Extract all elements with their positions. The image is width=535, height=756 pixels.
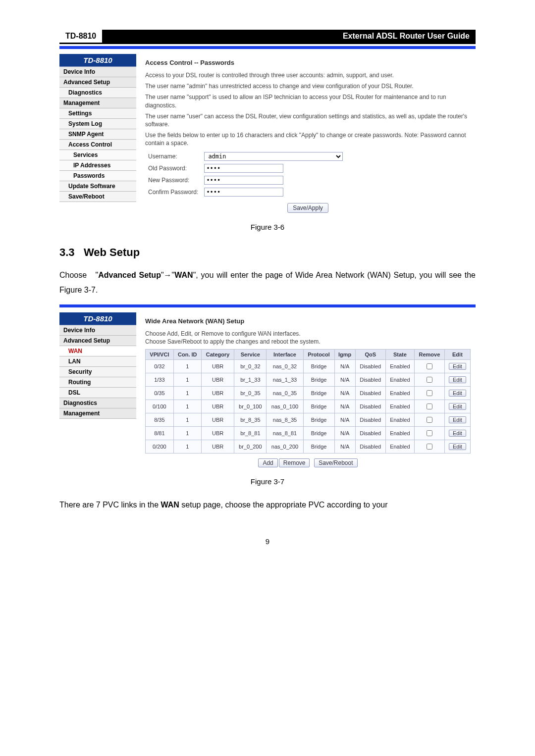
edit-cell: Edit [444, 413, 470, 426]
confirm-password-input[interactable] [204, 188, 283, 197]
table-cell: 0/200 [146, 440, 174, 453]
save-apply-button[interactable]: Save/Apply [287, 203, 328, 213]
edit-button[interactable]: Edit [449, 403, 466, 410]
table-cell: 1 [173, 386, 201, 400]
table-cell: Disabled [355, 426, 385, 440]
table-cell: Disabled [355, 386, 385, 400]
sidebar2-diagnostics[interactable]: Diagnostics [59, 398, 136, 408]
table-cell: 1 [173, 373, 201, 386]
edit-button[interactable]: Edit [449, 443, 466, 450]
page-number: 9 [59, 537, 476, 546]
table-cell: Enabled [385, 359, 414, 373]
sidebar-logo: TD-8810 [59, 54, 136, 67]
wan-title: Wide Area Network (WAN) Setup [145, 317, 471, 325]
table-row: 0/351UBRbr_0_35nas_0_35BridgeN/ADisabled… [146, 386, 471, 400]
wan-col-header: QoS [355, 349, 385, 359]
table-cell: Disabled [355, 359, 385, 373]
body-paragraph-2: There are 7 PVC links in the WAN setup p… [59, 498, 476, 512]
sidebar-item-access-control[interactable]: Access Control [59, 140, 136, 150]
wan-col-header: Edit [444, 349, 470, 359]
remove-button[interactable]: Remove [279, 458, 310, 467]
sidebar2-advanced-setup[interactable]: Advanced Setup [59, 336, 136, 346]
remove-checkbox[interactable] [427, 444, 432, 450]
sidebar2-wan[interactable]: WAN [59, 346, 136, 356]
table-cell: UBR [201, 440, 234, 453]
table-cell: UBR [201, 400, 234, 413]
table-cell: nas_0_100 [267, 400, 303, 413]
save-reboot-button[interactable]: Save/Reboot [314, 458, 357, 467]
table-cell: Enabled [385, 386, 414, 400]
page-header: TD-8810 External ADSL Router User Guide [59, 30, 476, 44]
sidebar-item-diagnostics[interactable]: Diagnostics [59, 88, 136, 98]
wan-button-row: AddRemove Save/Reboot [145, 458, 471, 467]
table-cell: Enabled [385, 426, 414, 440]
panel-text-2: The user name "admin" has unrestricted a… [145, 82, 471, 90]
edit-button[interactable]: Edit [449, 416, 466, 423]
sidebar2-lan[interactable]: LAN [59, 356, 136, 367]
add-button[interactable]: Add [258, 458, 277, 467]
sidebar-item-snmp-agent[interactable]: SNMP Agent [59, 129, 136, 140]
panel-text-3: The user name "support" is used to allow… [145, 93, 471, 109]
sidebar2-dsl[interactable]: DSL [59, 388, 136, 398]
sidebar-item-services[interactable]: Services [59, 150, 136, 160]
remove-checkbox[interactable] [427, 417, 432, 423]
edit-button[interactable]: Edit [449, 430, 466, 437]
edit-button[interactable]: Edit [449, 363, 466, 370]
edit-button[interactable]: Edit [449, 390, 466, 397]
remove-checkbox[interactable] [427, 377, 432, 383]
passwords-panel: Access Control -- Passwords Access to yo… [136, 54, 476, 219]
table-cell: Bridge [303, 400, 334, 413]
table-cell: UBR [201, 386, 234, 400]
table-cell: nas_0_32 [267, 359, 303, 373]
figure-3-6: TD-8810 Device Info Advanced Setup Diagn… [59, 54, 476, 219]
sidebar-item-update-software[interactable]: Update Software [59, 181, 136, 192]
sidebar2-routing[interactable]: Routing [59, 377, 136, 388]
new-password-input[interactable] [204, 176, 283, 185]
wan-text-1: Choose Add, Edit, or Remove to configure… [145, 330, 471, 338]
sidebar-item-save-reboot[interactable]: Save/Reboot [59, 192, 136, 202]
old-password-input[interactable] [204, 164, 283, 173]
table-cell: br_1_33 [234, 373, 267, 386]
table-row: 1/331UBRbr_1_33nas_1_33BridgeN/ADisabled… [146, 373, 471, 386]
wan-col-header: State [385, 349, 414, 359]
table-cell: UBR [201, 359, 234, 373]
sidebar-item-system-log[interactable]: System Log [59, 119, 136, 129]
sidebar2-security[interactable]: Security [59, 367, 136, 377]
remove-cell [414, 386, 444, 400]
remove-checkbox[interactable] [427, 390, 432, 396]
sidebar-item-management[interactable]: Management [59, 98, 136, 108]
table-cell: UBR [201, 373, 234, 386]
wan-col-header: Interface [267, 349, 303, 359]
edit-button[interactable]: Edit [449, 376, 466, 383]
sidebar-item-advanced-setup[interactable]: Advanced Setup [59, 77, 136, 88]
table-cell: Disabled [355, 413, 385, 426]
table-cell: Bridge [303, 359, 334, 373]
wan-col-header: Igmp [334, 349, 355, 359]
panel-title: Access Control -- Passwords [145, 59, 471, 66]
table-cell: 1/33 [146, 373, 174, 386]
table-cell: 1 [173, 359, 201, 373]
remove-checkbox[interactable] [427, 363, 432, 369]
wan-col-header: Service [234, 349, 267, 359]
remove-checkbox[interactable] [427, 403, 432, 409]
table-cell: Disabled [355, 400, 385, 413]
sidebar-item-passwords[interactable]: Passwords [59, 171, 136, 181]
wan-col-header: Category [201, 349, 234, 359]
sidebar2-management[interactable]: Management [59, 408, 136, 419]
blue-bar [59, 46, 476, 49]
body-paragraph-1: Choose "Advanced Setup"→"WAN", you will … [59, 268, 476, 298]
table-cell: br_0_32 [234, 359, 267, 373]
remove-checkbox[interactable] [427, 430, 432, 436]
sidebar2-device-info[interactable]: Device Info [59, 325, 136, 336]
username-select[interactable]: admin [204, 152, 343, 161]
sidebar-item-settings[interactable]: Settings [59, 108, 136, 119]
wan-col-header: Con. ID [173, 349, 201, 359]
sidebar-item-ip-addresses[interactable]: IP Addresses [59, 160, 136, 171]
wan-col-header: Remove [414, 349, 444, 359]
table-cell: nas_1_33 [267, 373, 303, 386]
sidebar-item-device-info[interactable]: Device Info [59, 67, 136, 77]
edit-cell: Edit [444, 426, 470, 440]
remove-cell [414, 440, 444, 453]
table-cell: N/A [334, 359, 355, 373]
section-title: Web Setup [84, 246, 140, 258]
